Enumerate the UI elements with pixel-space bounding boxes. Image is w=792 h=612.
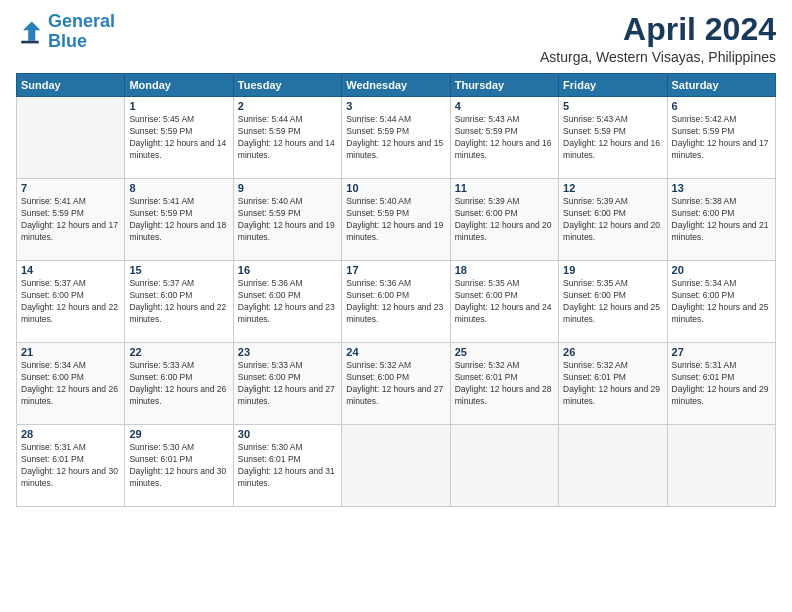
calendar-cell-3-5: 26Sunrise: 5:32 AMSunset: 6:01 PMDayligh… bbox=[559, 343, 667, 425]
calendar-cell-4-3 bbox=[342, 425, 450, 507]
day-info: Sunrise: 5:33 AMSunset: 6:00 PMDaylight:… bbox=[129, 360, 228, 408]
calendar-cell-3-4: 25Sunrise: 5:32 AMSunset: 6:01 PMDayligh… bbox=[450, 343, 558, 425]
day-number: 15 bbox=[129, 264, 228, 276]
calendar-cell-2-3: 17Sunrise: 5:36 AMSunset: 6:00 PMDayligh… bbox=[342, 261, 450, 343]
calendar-cell-1-2: 9Sunrise: 5:40 AMSunset: 5:59 PMDaylight… bbox=[233, 179, 341, 261]
day-number: 16 bbox=[238, 264, 337, 276]
calendar-cell-2-0: 14Sunrise: 5:37 AMSunset: 6:00 PMDayligh… bbox=[17, 261, 125, 343]
calendar-cell-0-5: 5Sunrise: 5:43 AMSunset: 5:59 PMDaylight… bbox=[559, 97, 667, 179]
day-number: 21 bbox=[21, 346, 120, 358]
day-number: 22 bbox=[129, 346, 228, 358]
day-number: 8 bbox=[129, 182, 228, 194]
calendar-week-0: 1Sunrise: 5:45 AMSunset: 5:59 PMDaylight… bbox=[17, 97, 776, 179]
calendar-cell-4-4 bbox=[450, 425, 558, 507]
calendar-cell-3-6: 27Sunrise: 5:31 AMSunset: 6:01 PMDayligh… bbox=[667, 343, 775, 425]
day-info: Sunrise: 5:37 AMSunset: 6:00 PMDaylight:… bbox=[129, 278, 228, 326]
day-info: Sunrise: 5:35 AMSunset: 6:00 PMDaylight:… bbox=[455, 278, 554, 326]
calendar-cell-4-1: 29Sunrise: 5:30 AMSunset: 6:01 PMDayligh… bbox=[125, 425, 233, 507]
day-number: 30 bbox=[238, 428, 337, 440]
day-info: Sunrise: 5:34 AMSunset: 6:00 PMDaylight:… bbox=[21, 360, 120, 408]
calendar-cell-1-5: 12Sunrise: 5:39 AMSunset: 6:00 PMDayligh… bbox=[559, 179, 667, 261]
day-info: Sunrise: 5:40 AMSunset: 5:59 PMDaylight:… bbox=[346, 196, 445, 244]
calendar-cell-3-3: 24Sunrise: 5:32 AMSunset: 6:00 PMDayligh… bbox=[342, 343, 450, 425]
day-info: Sunrise: 5:32 AMSunset: 6:00 PMDaylight:… bbox=[346, 360, 445, 408]
day-number: 13 bbox=[672, 182, 771, 194]
calendar-cell-2-6: 20Sunrise: 5:34 AMSunset: 6:00 PMDayligh… bbox=[667, 261, 775, 343]
day-number: 2 bbox=[238, 100, 337, 112]
day-info: Sunrise: 5:39 AMSunset: 6:00 PMDaylight:… bbox=[563, 196, 662, 244]
day-info: Sunrise: 5:32 AMSunset: 6:01 PMDaylight:… bbox=[455, 360, 554, 408]
day-info: Sunrise: 5:31 AMSunset: 6:01 PMDaylight:… bbox=[21, 442, 120, 490]
day-info: Sunrise: 5:44 AMSunset: 5:59 PMDaylight:… bbox=[238, 114, 337, 162]
calendar-table: Sunday Monday Tuesday Wednesday Thursday… bbox=[16, 73, 776, 507]
day-number: 25 bbox=[455, 346, 554, 358]
calendar-cell-2-4: 18Sunrise: 5:35 AMSunset: 6:00 PMDayligh… bbox=[450, 261, 558, 343]
calendar-cell-0-6: 6Sunrise: 5:42 AMSunset: 5:59 PMDaylight… bbox=[667, 97, 775, 179]
day-info: Sunrise: 5:40 AMSunset: 5:59 PMDaylight:… bbox=[238, 196, 337, 244]
col-thursday: Thursday bbox=[450, 74, 558, 97]
day-number: 27 bbox=[672, 346, 771, 358]
day-info: Sunrise: 5:31 AMSunset: 6:01 PMDaylight:… bbox=[672, 360, 771, 408]
calendar-cell-2-1: 15Sunrise: 5:37 AMSunset: 6:00 PMDayligh… bbox=[125, 261, 233, 343]
day-info: Sunrise: 5:42 AMSunset: 5:59 PMDaylight:… bbox=[672, 114, 771, 162]
day-number: 5 bbox=[563, 100, 662, 112]
day-info: Sunrise: 5:36 AMSunset: 6:00 PMDaylight:… bbox=[238, 278, 337, 326]
calendar-cell-1-0: 7Sunrise: 5:41 AMSunset: 5:59 PMDaylight… bbox=[17, 179, 125, 261]
logo: General Blue bbox=[16, 12, 115, 52]
day-number: 10 bbox=[346, 182, 445, 194]
calendar-cell-0-1: 1Sunrise: 5:45 AMSunset: 5:59 PMDaylight… bbox=[125, 97, 233, 179]
day-number: 9 bbox=[238, 182, 337, 194]
calendar-cell-1-6: 13Sunrise: 5:38 AMSunset: 6:00 PMDayligh… bbox=[667, 179, 775, 261]
day-number: 7 bbox=[21, 182, 120, 194]
page: General Blue April 2024 Asturga, Western… bbox=[0, 0, 792, 612]
day-info: Sunrise: 5:30 AMSunset: 6:01 PMDaylight:… bbox=[129, 442, 228, 490]
day-number: 14 bbox=[21, 264, 120, 276]
location: Asturga, Western Visayas, Philippines bbox=[540, 49, 776, 65]
day-info: Sunrise: 5:33 AMSunset: 6:00 PMDaylight:… bbox=[238, 360, 337, 408]
calendar-week-4: 28Sunrise: 5:31 AMSunset: 6:01 PMDayligh… bbox=[17, 425, 776, 507]
col-tuesday: Tuesday bbox=[233, 74, 341, 97]
calendar-cell-4-0: 28Sunrise: 5:31 AMSunset: 6:01 PMDayligh… bbox=[17, 425, 125, 507]
day-number: 4 bbox=[455, 100, 554, 112]
svg-rect-1 bbox=[21, 41, 39, 44]
col-wednesday: Wednesday bbox=[342, 74, 450, 97]
day-info: Sunrise: 5:41 AMSunset: 5:59 PMDaylight:… bbox=[129, 196, 228, 244]
calendar-cell-2-2: 16Sunrise: 5:36 AMSunset: 6:00 PMDayligh… bbox=[233, 261, 341, 343]
calendar-cell-1-3: 10Sunrise: 5:40 AMSunset: 5:59 PMDayligh… bbox=[342, 179, 450, 261]
day-info: Sunrise: 5:32 AMSunset: 6:01 PMDaylight:… bbox=[563, 360, 662, 408]
col-friday: Friday bbox=[559, 74, 667, 97]
calendar-cell-2-5: 19Sunrise: 5:35 AMSunset: 6:00 PMDayligh… bbox=[559, 261, 667, 343]
day-info: Sunrise: 5:43 AMSunset: 5:59 PMDaylight:… bbox=[563, 114, 662, 162]
calendar-cell-3-2: 23Sunrise: 5:33 AMSunset: 6:00 PMDayligh… bbox=[233, 343, 341, 425]
day-info: Sunrise: 5:45 AMSunset: 5:59 PMDaylight:… bbox=[129, 114, 228, 162]
calendar-week-3: 21Sunrise: 5:34 AMSunset: 6:00 PMDayligh… bbox=[17, 343, 776, 425]
day-number: 11 bbox=[455, 182, 554, 194]
day-number: 28 bbox=[21, 428, 120, 440]
day-number: 20 bbox=[672, 264, 771, 276]
calendar-cell-0-4: 4Sunrise: 5:43 AMSunset: 5:59 PMDaylight… bbox=[450, 97, 558, 179]
day-info: Sunrise: 5:36 AMSunset: 6:00 PMDaylight:… bbox=[346, 278, 445, 326]
col-monday: Monday bbox=[125, 74, 233, 97]
day-info: Sunrise: 5:43 AMSunset: 5:59 PMDaylight:… bbox=[455, 114, 554, 162]
day-info: Sunrise: 5:34 AMSunset: 6:00 PMDaylight:… bbox=[672, 278, 771, 326]
header: General Blue April 2024 Asturga, Western… bbox=[16, 12, 776, 65]
day-info: Sunrise: 5:37 AMSunset: 6:00 PMDaylight:… bbox=[21, 278, 120, 326]
col-sunday: Sunday bbox=[17, 74, 125, 97]
logo-icon bbox=[16, 18, 44, 46]
day-number: 17 bbox=[346, 264, 445, 276]
day-number: 12 bbox=[563, 182, 662, 194]
calendar-cell-4-6 bbox=[667, 425, 775, 507]
calendar-cell-1-1: 8Sunrise: 5:41 AMSunset: 5:59 PMDaylight… bbox=[125, 179, 233, 261]
day-info: Sunrise: 5:44 AMSunset: 5:59 PMDaylight:… bbox=[346, 114, 445, 162]
svg-marker-0 bbox=[23, 21, 41, 40]
day-number: 26 bbox=[563, 346, 662, 358]
calendar-cell-4-5 bbox=[559, 425, 667, 507]
calendar-week-2: 14Sunrise: 5:37 AMSunset: 6:00 PMDayligh… bbox=[17, 261, 776, 343]
calendar-cell-3-0: 21Sunrise: 5:34 AMSunset: 6:00 PMDayligh… bbox=[17, 343, 125, 425]
header-row: Sunday Monday Tuesday Wednesday Thursday… bbox=[17, 74, 776, 97]
month-title: April 2024 bbox=[540, 12, 776, 47]
day-number: 29 bbox=[129, 428, 228, 440]
day-info: Sunrise: 5:38 AMSunset: 6:00 PMDaylight:… bbox=[672, 196, 771, 244]
day-number: 1 bbox=[129, 100, 228, 112]
day-number: 19 bbox=[563, 264, 662, 276]
